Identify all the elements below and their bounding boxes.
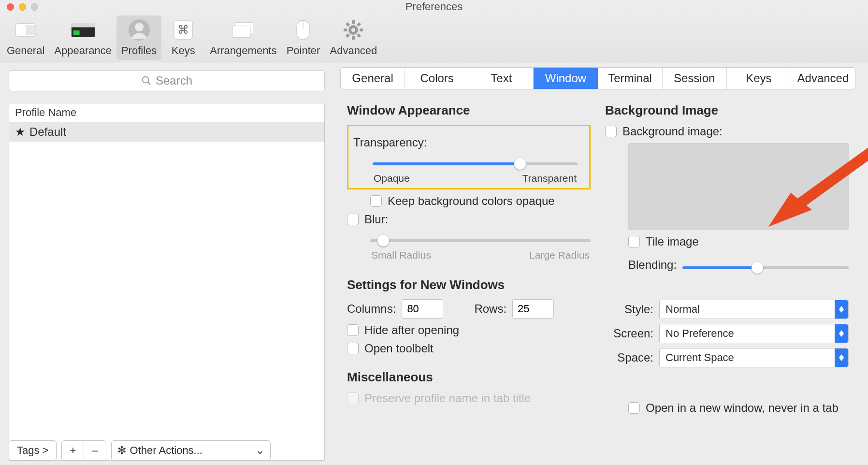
screen-select[interactable]: No Preference bbox=[659, 324, 849, 343]
search-icon bbox=[141, 75, 152, 86]
open-toolbelt-checkbox[interactable] bbox=[347, 343, 359, 354]
hide-after-open-checkbox[interactable] bbox=[347, 324, 359, 336]
gear-icon: ✻ bbox=[117, 444, 126, 457]
toolbar-advanced[interactable]: Advanced bbox=[325, 15, 382, 60]
svg-line-24 bbox=[148, 82, 151, 85]
transparency-highlight: Transparency: Opaque Transparent bbox=[347, 125, 591, 189]
tab-terminal[interactable]: Terminal bbox=[598, 68, 663, 89]
tab-text[interactable]: Text bbox=[469, 68, 534, 89]
svg-line-21 bbox=[358, 23, 360, 26]
section-background-image: Background Image bbox=[605, 103, 849, 118]
blur-label: Blur: bbox=[364, 213, 388, 226]
profile-list[interactable]: Profile Name ★ Default bbox=[9, 103, 325, 461]
toolbar: General Appearance Profiles ⌘ Keys Arran… bbox=[0, 14, 868, 61]
search-placeholder: Search bbox=[156, 74, 192, 87]
section-window-appearance: Window Appearance bbox=[347, 103, 591, 118]
svg-rect-4 bbox=[73, 30, 79, 35]
blending-label: Blending: bbox=[628, 258, 677, 272]
open-new-window-checkbox[interactable] bbox=[628, 402, 640, 414]
transparency-label: Transparency: bbox=[353, 136, 427, 149]
window-appearance-column: Window Appearance Transparency: Opaque T… bbox=[347, 99, 591, 420]
tab-general[interactable]: General bbox=[341, 68, 405, 89]
keep-bg-opaque-label: Keep background colors opaque bbox=[388, 194, 555, 208]
select-stepper-icon bbox=[835, 300, 848, 319]
remove-profile-button[interactable]: – bbox=[84, 441, 105, 460]
preserve-profile-label: Preserve profile name in tab title bbox=[364, 392, 531, 405]
style-label: Style: bbox=[605, 303, 653, 316]
titlebar: Preferences bbox=[0, 0, 868, 14]
mouse-icon bbox=[290, 18, 316, 42]
columns-input[interactable] bbox=[402, 299, 443, 319]
background-image-well[interactable] bbox=[628, 143, 849, 230]
svg-rect-1 bbox=[26, 25, 35, 35]
preserve-profile-checkbox bbox=[347, 392, 359, 404]
gear-icon bbox=[341, 18, 366, 42]
window-title: Preferences bbox=[0, 0, 868, 13]
tab-advanced[interactable]: Advanced bbox=[791, 68, 855, 89]
svg-rect-10 bbox=[232, 26, 250, 38]
svg-point-6 bbox=[135, 23, 144, 31]
blur-slider[interactable] bbox=[370, 234, 591, 247]
svg-text:⌘: ⌘ bbox=[177, 23, 189, 36]
blur-checkbox[interactable] bbox=[347, 214, 359, 225]
tab-window[interactable]: Window bbox=[534, 68, 598, 89]
select-stepper-icon bbox=[835, 349, 848, 367]
space-label: Space: bbox=[605, 351, 653, 364]
profile-row[interactable]: ★ Default bbox=[9, 122, 324, 142]
tile-image-label: Tile image bbox=[646, 235, 699, 248]
toolbar-general[interactable]: General bbox=[2, 15, 49, 60]
rows-label: Rows: bbox=[474, 302, 506, 316]
toolbar-profiles[interactable]: Profiles bbox=[116, 15, 161, 60]
background-image-checkbox[interactable] bbox=[605, 126, 617, 137]
keep-bg-opaque-checkbox[interactable] bbox=[370, 195, 382, 207]
open-toolbelt-label: Open toolbelt bbox=[364, 342, 434, 355]
profiles-sidebar: Search Profile Name ★ Default Tags > + –… bbox=[0, 61, 333, 461]
select-stepper-icon bbox=[835, 324, 848, 343]
svg-point-22 bbox=[351, 28, 355, 32]
terminal-dark-icon bbox=[71, 18, 96, 42]
tab-session[interactable]: Session bbox=[663, 68, 727, 89]
toolbar-appearance[interactable]: Appearance bbox=[49, 15, 116, 60]
windows-stack-icon bbox=[231, 18, 256, 42]
svg-point-23 bbox=[143, 77, 149, 83]
space-select[interactable]: Current Space bbox=[659, 348, 849, 367]
transparency-endpoints: Opaque Transparent bbox=[373, 173, 578, 184]
svg-line-19 bbox=[358, 34, 360, 37]
tags-button[interactable]: Tags > bbox=[9, 441, 56, 460]
profile-silhouette-icon bbox=[127, 18, 152, 42]
chevron-down-icon: ⌄ bbox=[256, 444, 264, 457]
switch-icon bbox=[13, 18, 38, 42]
rows-input[interactable] bbox=[512, 299, 554, 319]
screen-label: Screen: bbox=[605, 327, 653, 340]
background-image-label: Background image: bbox=[622, 125, 723, 138]
open-new-window-label: Open in a new window, never in a tab bbox=[646, 401, 839, 415]
svg-line-18 bbox=[347, 23, 349, 26]
toolbar-pointer[interactable]: Pointer bbox=[281, 15, 325, 60]
tile-image-checkbox[interactable] bbox=[628, 236, 640, 247]
section-new-windows: Settings for New Windows bbox=[347, 277, 591, 292]
transparency-slider[interactable] bbox=[373, 157, 578, 171]
columns-label: Columns: bbox=[347, 302, 396, 316]
toolbar-arrangements[interactable]: Arrangements bbox=[205, 15, 281, 60]
other-actions-dropdown[interactable]: ✻ Other Actions... ⌄ bbox=[111, 440, 271, 461]
svg-line-20 bbox=[347, 34, 349, 37]
profile-name: Default bbox=[29, 125, 66, 139]
blur-endpoints: Small Radius Large Radius bbox=[370, 249, 591, 261]
search-input[interactable]: Search bbox=[9, 70, 325, 91]
section-miscellaneous: Miscellaneous bbox=[347, 370, 591, 385]
star-icon: ★ bbox=[15, 125, 26, 139]
tab-keys[interactable]: Keys bbox=[727, 68, 791, 89]
background-image-column: Background Image Background image: Tile … bbox=[605, 99, 849, 420]
profile-tabstrip: General Colors Text Window Terminal Sess… bbox=[340, 67, 855, 89]
add-profile-button[interactable]: + bbox=[62, 441, 84, 460]
blending-slider[interactable] bbox=[682, 261, 849, 275]
command-key-icon: ⌘ bbox=[171, 18, 196, 42]
toolbar-keys[interactable]: ⌘ Keys bbox=[161, 15, 205, 60]
svg-rect-3 bbox=[71, 23, 94, 27]
style-select[interactable]: Normal bbox=[659, 300, 849, 319]
hide-after-open-label: Hide after opening bbox=[364, 323, 459, 337]
profile-list-header: Profile Name bbox=[9, 103, 324, 122]
tab-colors[interactable]: Colors bbox=[405, 68, 469, 89]
